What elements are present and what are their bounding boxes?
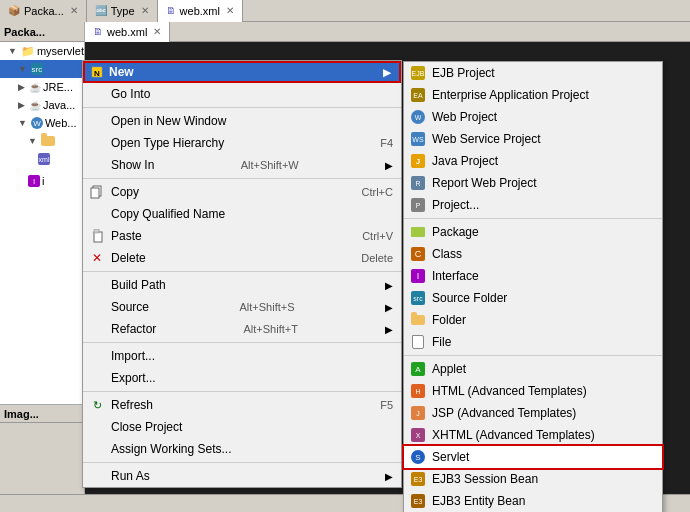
tab-webxml-close[interactable]: ✕ (226, 5, 234, 16)
submenu-item-class-label: Class (432, 247, 462, 261)
tab-type[interactable]: 🔤 Type ✕ (87, 0, 158, 22)
code-tab-bar: 🗎 web.xml ✕ (85, 22, 690, 42)
tab-package-label: Packa... (24, 5, 64, 17)
submenu-item-enterprise-application-label: Enterprise Application Project (432, 88, 589, 102)
menu-item-go-into[interactable]: Go Into (83, 83, 401, 105)
menu-item-open-type-hierarchy[interactable]: Open Type Hierarchy F4 (83, 132, 401, 154)
ejb-project-icon: EJB (410, 65, 426, 81)
run-as-arrow: ▶ (385, 471, 393, 482)
source-folder-icon: src (410, 290, 426, 306)
submenu-item-project[interactable]: P Project... (404, 194, 662, 216)
delete-shortcut: Delete (361, 252, 393, 264)
menu-item-copy[interactable]: Copy Ctrl+C (83, 181, 401, 203)
tree-item-web-label: Web... (45, 117, 77, 129)
submenu-item-java-project[interactable]: J Java Project (404, 150, 662, 172)
tree-item-web[interactable]: ▼ W Web... (0, 114, 84, 132)
project-icon: 📁 (21, 45, 35, 58)
submenu-item-file[interactable]: File (404, 331, 662, 353)
paste-shortcut: Ctrl+V (362, 230, 393, 242)
submenu-item-web-project[interactable]: W Web Project (404, 106, 662, 128)
code-tab-webxml[interactable]: 🗎 web.xml ✕ (85, 22, 170, 42)
submenu-item-class[interactable]: C Class (404, 243, 662, 265)
submenu-item-web-service-project[interactable]: WS Web Service Project (404, 128, 662, 150)
menu-item-delete[interactable]: ✕ Delete Delete (83, 247, 401, 269)
menu-item-open-in-new-window-label: Open in New Window (111, 114, 226, 128)
subfolder-expand: ▼ (28, 136, 37, 146)
submenu-item-ejb3-session-bean[interactable]: E3 EJB3 Session Bean (404, 468, 662, 490)
tab-package-close[interactable]: ✕ (70, 5, 78, 16)
submenu-item-jsp-advanced-label: JSP (Advanced Templates) (432, 406, 576, 420)
tree-item-file[interactable]: xml (0, 150, 84, 168)
ejb3-session-icon: E3 (410, 471, 426, 487)
image-panel-header: Imag... (0, 405, 84, 423)
context-menu: N New ▶ Go Into Open in New Window Open … (82, 60, 402, 488)
tab-webxml[interactable]: 🗎 web.xml ✕ (158, 0, 243, 22)
submenu-item-package[interactable]: Package (404, 221, 662, 243)
servlet-icon: S (410, 449, 426, 465)
build-path-arrow: ▶ (385, 280, 393, 291)
menu-item-refactor[interactable]: Refactor Alt+Shift+T ▶ (83, 318, 401, 340)
menu-item-close-project[interactable]: Close Project (83, 416, 401, 438)
submenu-item-source-folder[interactable]: src Source Folder (404, 287, 662, 309)
code-tab-webxml-close[interactable]: ✕ (153, 26, 161, 37)
tree-item-interface[interactable]: I i (0, 172, 84, 190)
submenu-item-ejb3-entity-bean[interactable]: E3 EJB3 Entity Bean (404, 490, 662, 512)
menu-item-source-label: Source (111, 300, 149, 314)
delete-icon: ✕ (89, 250, 105, 266)
svg-text:N: N (94, 69, 100, 78)
file-icon (410, 334, 426, 350)
submenu-item-ejb-project[interactable]: EJB EJB Project (404, 62, 662, 84)
menu-item-copy-label: Copy (111, 185, 139, 199)
submenu-item-interface-label: Interface (432, 269, 479, 283)
menu-item-new[interactable]: N New ▶ (83, 61, 401, 83)
tab-type-close[interactable]: ✕ (141, 5, 149, 16)
menu-item-run-as[interactable]: Run As ▶ (83, 465, 401, 487)
submenu-item-xhtml-advanced[interactable]: X XHTML (Advanced Templates) (404, 424, 662, 446)
submenu-item-folder[interactable]: Folder (404, 309, 662, 331)
menu-item-copy-qualified-name[interactable]: Copy Qualified Name (83, 203, 401, 225)
menu-item-build-path[interactable]: Build Path ▶ (83, 274, 401, 296)
menu-item-source[interactable]: Source Alt+Shift+S ▶ (83, 296, 401, 318)
submenu-item-servlet-label: Servlet (432, 450, 469, 464)
tree-item-subfolder[interactable]: ▼ (0, 132, 84, 150)
menu-item-run-as-label: Run As (111, 469, 150, 483)
svg-rect-5 (94, 229, 99, 233)
tree-item-myservlet[interactable]: ▼ 📁 myservlet (0, 42, 84, 60)
submenu-item-html-advanced[interactable]: H HTML (Advanced Templates) (404, 380, 662, 402)
java-expand: ▶ (18, 100, 25, 110)
submenu-item-report-web-project[interactable]: R Report Web Project (404, 172, 662, 194)
project-submenu-icon: P (410, 197, 426, 213)
tree-item-src[interactable]: ▼ src (0, 60, 84, 78)
image-panel: Imag... (0, 404, 85, 494)
report-web-icon: R (410, 175, 426, 191)
submenu-item-applet[interactable]: A Applet (404, 358, 662, 380)
menu-item-open-in-new-window[interactable]: Open in New Window (83, 110, 401, 132)
submenu-item-servlet[interactable]: S Servlet (404, 446, 662, 468)
interface-icon: I (28, 175, 40, 187)
menu-item-import[interactable]: Import... (83, 345, 401, 367)
menu-item-close-project-label: Close Project (111, 420, 182, 434)
submenu-item-folder-label: Folder (432, 313, 466, 327)
menu-item-assign-working-sets[interactable]: Assign Working Sets... (83, 438, 401, 460)
tree-item-jre[interactable]: ▶ ☕ JRE... (0, 78, 84, 96)
jsp-advanced-icon: J (410, 405, 426, 421)
menu-item-show-in[interactable]: Show In Alt+Shift+W ▶ (83, 154, 401, 176)
tree-item-interface-label: i (42, 175, 44, 187)
separator-6 (83, 462, 401, 463)
menu-item-export[interactable]: Export... (83, 367, 401, 389)
submenu-item-jsp-advanced[interactable]: J JSP (Advanced Templates) (404, 402, 662, 424)
jre-icon: ☕ (29, 82, 41, 93)
tree-item-java[interactable]: ▶ ☕ Java... (0, 96, 84, 114)
menu-item-paste[interactable]: Paste Ctrl+V (83, 225, 401, 247)
submenu-item-interface[interactable]: I Interface (404, 265, 662, 287)
submenu-item-html-advanced-label: HTML (Advanced Templates) (432, 384, 587, 398)
menu-item-refresh[interactable]: ↻ Refresh F5 (83, 394, 401, 416)
submenu-item-enterprise-application[interactable]: EA Enterprise Application Project (404, 84, 662, 106)
submenu-item-package-label: Package (432, 225, 479, 239)
web-project-icon: W (410, 109, 426, 125)
tree-item-java-label: Java... (43, 99, 75, 111)
tab-package[interactable]: 📦 Packa... ✕ (0, 0, 87, 22)
tree-item-jre-label: JRE... (43, 81, 73, 93)
submenu-sep-2 (404, 355, 662, 356)
xhtml-advanced-icon: X (410, 427, 426, 443)
